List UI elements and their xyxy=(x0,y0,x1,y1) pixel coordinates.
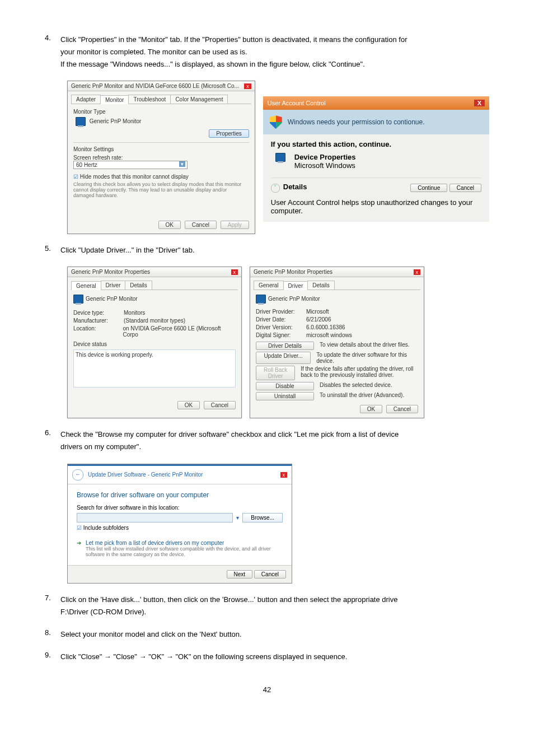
tab-driver[interactable]: Driver xyxy=(283,281,308,290)
hide-modes-checkbox[interactable]: Hide modes that this monitor cannot disp… xyxy=(73,174,249,180)
rollback-driver-desc: If the device fails after updating the d… xyxy=(301,366,418,380)
monitor-type-label: Monitor Type xyxy=(73,109,249,115)
cancel-button[interactable]: Cancel xyxy=(254,570,286,578)
disable-button[interactable]: Disable xyxy=(256,382,314,390)
include-subfolders-label: Include subfolders xyxy=(83,525,129,531)
device-status-label: Device status xyxy=(73,341,236,347)
wizard-breadcrumb: Update Driver Software - Generic PnP Mon… xyxy=(88,472,203,478)
uac-banner: Windows needs your permission to contion… xyxy=(263,110,489,134)
step-4-screenshots: Generic PnP Monitor and NVIDIA GeForce 6… xyxy=(67,81,489,234)
monitor-properties-dialog: Generic PnP Monitor and NVIDIA GeForce 6… xyxy=(67,81,255,234)
step-4-line1: Click "Properties" in the "Monitor" tab.… xyxy=(60,35,407,44)
step-7: 7. Click on the 'Have disk...' button, t… xyxy=(45,594,489,618)
signer-value: microsoft windows xyxy=(306,332,352,338)
browse-button[interactable]: Browse... xyxy=(242,513,283,522)
device-type-key: Device type: xyxy=(73,310,124,316)
location-value: on NVIDIA GeForce 6600 LE (Microsoft Cor… xyxy=(123,325,236,338)
step-9: 9. Click "Close" → "Close" → "OK" → "OK"… xyxy=(45,651,489,663)
back-icon[interactable]: ← xyxy=(72,469,83,480)
next-button[interactable]: Next xyxy=(227,570,253,578)
step-4: 4. Click "Properties" in the "Monitor" t… xyxy=(45,34,489,71)
tab-general[interactable]: General xyxy=(254,281,284,290)
continue-button[interactable]: Continue xyxy=(410,184,447,192)
step-7-text: Click on the 'Have disk...' button, then… xyxy=(60,594,489,618)
step-8: 8. Select your monitor model and click o… xyxy=(45,628,489,641)
tab-driver[interactable]: Driver xyxy=(101,281,126,290)
ok-button[interactable]: OK xyxy=(360,405,382,413)
close-icon[interactable]: X xyxy=(474,100,485,106)
tab-details[interactable]: Details xyxy=(125,281,152,290)
properties-button[interactable]: Properties xyxy=(209,129,249,138)
monitor-icon xyxy=(256,295,266,304)
manufacturer-key: Manufacturer: xyxy=(73,318,124,324)
monitor-dialog-title: Generic PnP Monitor and NVIDIA GeForce 6… xyxy=(71,83,239,89)
tab-details[interactable]: Details xyxy=(307,281,335,290)
step-4-line2: your monitor is completed. The monitor c… xyxy=(60,46,489,58)
device-type-value: Monitors xyxy=(124,310,145,316)
tab-adapter[interactable]: Adapter xyxy=(71,95,101,104)
driver-details-button[interactable]: Driver Details xyxy=(256,342,314,350)
monitor-icon xyxy=(76,117,86,126)
uac-started-label: If you started this action, continue. xyxy=(271,140,481,148)
hide-modes-label: Hide modes that this monitor cannot disp… xyxy=(80,174,189,180)
monitor-name: Generic PnP Monitor xyxy=(90,118,142,124)
step-4-text: Click "Properties" in the "Monitor" tab.… xyxy=(60,34,489,71)
step-6-line2: drivers on my computer". xyxy=(60,441,489,453)
cancel-button[interactable]: Cancel xyxy=(386,405,418,413)
pick-from-list-option[interactable]: ➔ Let me pick from a list of device driv… xyxy=(77,540,283,557)
uac-title: User Account Control xyxy=(268,100,326,106)
tab-color-management[interactable]: Color Management xyxy=(170,95,228,104)
cancel-button[interactable]: Cancel xyxy=(204,401,236,409)
step-5-text: Click "Update Driver..." in the "Driver"… xyxy=(60,244,489,256)
include-subfolders-checkbox[interactable]: Include subfolders xyxy=(77,525,283,531)
uac-headline: Windows needs your permission to contion… xyxy=(288,118,425,126)
wizard-header: ← Update Driver Software - Generic PnP M… xyxy=(68,466,292,484)
search-path-input[interactable] xyxy=(77,513,233,522)
uac-details-label[interactable]: Details xyxy=(283,183,307,191)
refresh-rate-select[interactable]: 60 Hertz xyxy=(73,161,188,169)
update-driver-desc: To update the driver software for this d… xyxy=(316,352,418,364)
version-value: 6.0.6000.16386 xyxy=(306,324,345,330)
update-driver-button[interactable]: Update Driver... xyxy=(256,352,311,364)
cancel-button[interactable]: Cancel xyxy=(185,221,217,229)
properties-header: Generic PnP Monitor xyxy=(86,296,138,302)
close-icon[interactable]: x xyxy=(280,472,288,478)
uninstall-button[interactable]: Uninstall xyxy=(256,392,314,400)
tab-general[interactable]: General xyxy=(71,281,101,290)
step-6-text: Check the "Browse my computer for driver… xyxy=(60,428,489,453)
properties-general-dialog: Generic PnP Monitor Propertiesx General … xyxy=(67,267,242,418)
pick-option-title: Let me pick from a list of device driver… xyxy=(86,540,283,546)
close-icon[interactable]: x xyxy=(244,83,251,89)
page-number: 42 xyxy=(45,685,489,694)
step-7-num: 7. xyxy=(45,594,60,618)
rollback-driver-button[interactable]: Roll Back Driver xyxy=(256,366,295,380)
step-7-line1: Click on the 'Have disk...' button, then… xyxy=(60,595,398,604)
chevron-down-icon[interactable]: ˅ xyxy=(271,184,280,193)
step-5-screenshots: Generic PnP Monitor Propertiesx General … xyxy=(67,267,489,418)
date-value: 6/21/2006 xyxy=(306,316,331,323)
uac-footer-text: User Account Control helps stop unauthor… xyxy=(271,198,481,215)
arrow-right-icon: ➔ xyxy=(77,540,81,546)
cancel-button[interactable]: Cancel xyxy=(449,184,481,192)
close-icon[interactable]: x xyxy=(414,269,421,275)
step-9-text: Click "Close" → "Close" → "OK" → "OK" on… xyxy=(60,651,489,663)
provider-value: Microsoft xyxy=(306,309,329,315)
step-5: 5. Click "Update Driver..." in the "Driv… xyxy=(45,244,489,256)
ok-button[interactable]: OK xyxy=(177,401,200,409)
close-icon[interactable]: x xyxy=(231,269,238,275)
pick-option-desc: This list will show installed driver sof… xyxy=(86,546,283,557)
device-status-text: This device is working properly. xyxy=(76,352,153,358)
tab-monitor[interactable]: Monitor xyxy=(100,95,129,104)
apply-button[interactable]: Apply xyxy=(221,221,249,229)
refresh-rate-value: 60 Hertz xyxy=(76,162,97,168)
provider-key: Driver Provider: xyxy=(256,309,306,315)
monitor-icon xyxy=(73,295,83,304)
ok-button[interactable]: OK xyxy=(158,221,181,229)
dialog-title: Generic PnP Monitor Properties xyxy=(254,269,332,275)
step-6: 6. Check the "Browse my computer for dri… xyxy=(45,428,489,453)
step-8-num: 8. xyxy=(45,628,60,641)
tab-troubleshoot[interactable]: Troubleshoot xyxy=(128,95,171,104)
wizard-heading: Browse for driver software on your compu… xyxy=(77,491,283,499)
step-7-line2: F:\Driver (CD-ROM Drive). xyxy=(60,606,489,618)
signer-key: Digital Signer: xyxy=(256,332,306,338)
